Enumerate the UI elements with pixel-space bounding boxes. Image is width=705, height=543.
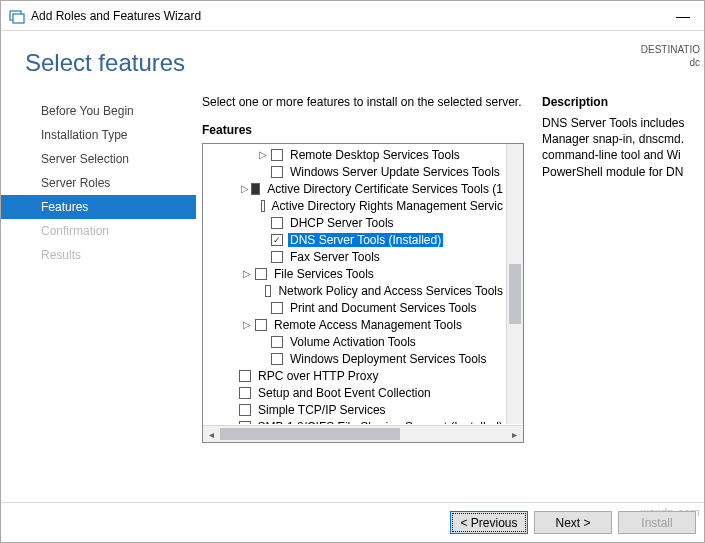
feature-label[interactable]: Setup and Boot Event Collection [256,386,433,400]
feature-row[interactable]: ▷File Services Tools [203,265,505,282]
feature-label[interactable]: Network Policy and Access Services Tools [276,284,505,298]
wizard-step-server-selection[interactable]: Server Selection [1,147,196,171]
intro-text: Select one or more features to install o… [202,95,524,109]
minimize-button[interactable]: — [670,8,696,24]
feature-row[interactable]: Volume Activation Tools [203,333,505,350]
titlebar: Add Roles and Features Wizard — [1,1,704,31]
feature-checkbox[interactable] [271,217,283,229]
feature-checkbox[interactable] [271,251,283,263]
feature-label[interactable]: Windows Deployment Services Tools [288,352,489,366]
svg-rect-1 [13,14,24,23]
wizard-step-server-roles[interactable]: Server Roles [1,171,196,195]
feature-checkbox[interactable] [261,200,265,212]
feature-checkbox[interactable] [251,183,260,195]
feature-row[interactable]: RPC over HTTP Proxy [203,367,505,384]
feature-label[interactable]: Fax Server Tools [288,250,382,264]
feature-row[interactable]: Windows Server Update Services Tools [203,163,505,180]
feature-checkbox[interactable] [271,166,283,178]
feature-label[interactable]: SMB 1.0/CIFS File Sharing Support (Insta… [256,420,505,425]
next-button[interactable]: Next > [534,511,612,534]
destination-server: DESTINATIO dc [641,43,704,69]
feature-row[interactable]: Simple TCP/IP Services [203,401,505,418]
feature-row[interactable]: Windows Deployment Services Tools [203,350,505,367]
features-heading: Features [202,123,524,137]
wizard-step-before-you-begin[interactable]: Before You Begin [1,99,196,123]
destination-value: dc [641,56,700,69]
expand-icon[interactable]: ▷ [241,183,249,194]
feature-row[interactable]: DNS Server Tools (Installed) [203,231,505,248]
feature-label[interactable]: Active Directory Rights Management Servi… [270,199,505,213]
feature-checkbox[interactable] [271,149,283,161]
vertical-scrollbar[interactable] [506,144,523,424]
feature-label[interactable]: Active Directory Certificate Services To… [265,182,505,196]
wizard-steps: Before You BeginInstallation TypeServer … [1,95,196,485]
feature-label[interactable]: Simple TCP/IP Services [256,403,388,417]
feature-checkbox[interactable] [271,353,283,365]
feature-checkbox[interactable] [271,336,283,348]
horizontal-scrollbar[interactable]: ◂ ▸ [203,425,523,442]
feature-row[interactable]: Network Policy and Access Services Tools [203,282,505,299]
vertical-scroll-thumb[interactable] [509,264,521,324]
feature-label[interactable]: Remote Access Management Tools [272,318,464,332]
feature-label[interactable]: Remote Desktop Services Tools [288,148,462,162]
feature-checkbox[interactable] [239,421,251,425]
feature-row[interactable]: ▷Remote Access Management Tools [203,316,505,333]
features-list[interactable]: ▷Remote Desktop Services ToolsWindows Se… [202,143,524,443]
scroll-left-icon[interactable]: ◂ [203,429,220,440]
install-button[interactable]: Install [618,511,696,534]
wizard-step-features[interactable]: Features [1,195,196,219]
feature-label[interactable]: DNS Server Tools (Installed) [288,233,443,247]
feature-row[interactable]: Fax Server Tools [203,248,505,265]
wizard-step-confirmation: Confirmation [1,219,196,243]
expand-icon[interactable]: ▷ [257,149,269,160]
description-heading: Description [542,95,692,109]
destination-label: DESTINATIO [641,43,700,56]
feature-label[interactable]: DHCP Server Tools [288,216,396,230]
feature-checkbox[interactable] [255,319,267,331]
feature-label[interactable]: RPC over HTTP Proxy [256,369,380,383]
description-text: DNS Server Tools includes Manager snap-i… [542,115,692,180]
feature-row[interactable]: ▷Remote Desktop Services Tools [203,146,505,163]
feature-checkbox[interactable] [265,285,272,297]
feature-row[interactable]: Active Directory Rights Management Servi… [203,197,505,214]
app-icon [9,8,25,24]
wizard-footer: < Previous Next > Install Cancel [1,502,704,542]
wizard-step-installation-type[interactable]: Installation Type [1,123,196,147]
scroll-right-icon[interactable]: ▸ [506,429,523,440]
feature-checkbox[interactable] [271,234,283,246]
feature-label[interactable]: Print and Document Services Tools [288,301,479,315]
feature-row[interactable]: DHCP Server Tools [203,214,505,231]
horizontal-scroll-thumb[interactable] [220,428,400,440]
feature-row[interactable]: SMB 1.0/CIFS File Sharing Support (Insta… [203,418,505,424]
feature-checkbox[interactable] [239,370,251,382]
previous-button[interactable]: < Previous [450,511,528,534]
page-title: Select features [1,49,704,95]
feature-checkbox[interactable] [239,387,251,399]
wizard-step-results: Results [1,243,196,267]
feature-row[interactable]: Print and Document Services Tools [203,299,505,316]
feature-label[interactable]: Volume Activation Tools [288,335,418,349]
feature-checkbox[interactable] [239,404,251,416]
feature-row[interactable]: ▷Active Directory Certificate Services T… [203,180,505,197]
feature-row[interactable]: Setup and Boot Event Collection [203,384,505,401]
feature-checkbox[interactable] [271,302,283,314]
feature-label[interactable]: File Services Tools [272,267,376,281]
expand-icon[interactable]: ▷ [241,268,253,279]
expand-icon[interactable]: ▷ [241,319,253,330]
feature-label[interactable]: Windows Server Update Services Tools [288,165,502,179]
feature-checkbox[interactable] [255,268,267,280]
window-title: Add Roles and Features Wizard [31,9,670,23]
